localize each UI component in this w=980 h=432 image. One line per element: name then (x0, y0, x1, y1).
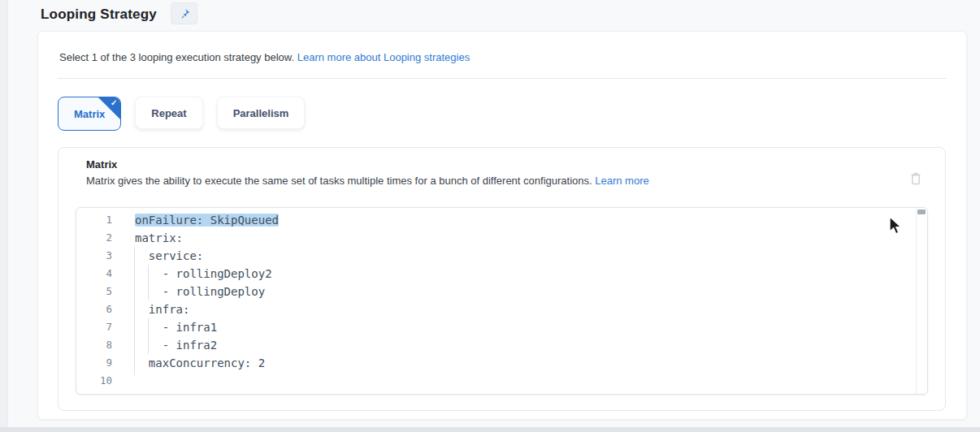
yaml-code-editor[interactable]: 1onFailure: SkipQueued2matrix:3 service:… (76, 207, 928, 395)
code-text: matrix: (112, 229, 916, 247)
learn-more-looping-link[interactable]: Learn more about Looping strategies (297, 51, 470, 63)
looping-strategy-panel: Select 1 of the 3 looping execution stra… (37, 31, 967, 420)
divider (58, 78, 947, 79)
code-line[interactable]: 3 service: (76, 247, 916, 265)
line-number: 9 (76, 354, 112, 372)
line-number: 4 (76, 265, 112, 283)
trash-icon[interactable] (908, 171, 923, 187)
line-number: 1 (76, 211, 112, 229)
code-text: - rollingDeploy (112, 283, 916, 300)
code-text: - infra1 (112, 318, 916, 336)
learn-more-link[interactable]: Learn more (595, 175, 648, 187)
matrix-card-description: Matrix gives the ability to execute the … (86, 175, 649, 187)
code-line[interactable]: 10 (76, 372, 916, 390)
indent-guide (134, 247, 135, 375)
code-line[interactable]: 2matrix: (76, 229, 916, 247)
pin-button[interactable] (171, 2, 197, 24)
pushpin-icon (179, 8, 190, 19)
line-number: 6 (76, 300, 112, 318)
selected-text: onFailure: SkipQueued (135, 214, 279, 227)
code-lines: 1onFailure: SkipQueued2matrix:3 service:… (76, 211, 916, 390)
indent-guide (148, 318, 149, 354)
line-number: 5 (76, 283, 112, 300)
code-text (112, 372, 916, 390)
indent-guide (148, 265, 149, 300)
overview-ruler-selection-mark (917, 210, 926, 214)
line-number: 2 (76, 229, 112, 247)
code-line[interactable]: 9 maxConcurrency: 2 (76, 354, 916, 372)
left-edge-band (0, 0, 8, 432)
tab-repeat-label: Repeat (151, 107, 186, 119)
matrix-description-text: Matrix gives the ability to execute the … (86, 175, 592, 187)
line-number: 3 (76, 247, 112, 265)
tab-repeat[interactable]: Repeat (135, 97, 202, 129)
code-line[interactable]: 7 - infra1 (76, 318, 916, 336)
panel-description: Select 1 of the 3 looping execution stra… (59, 51, 470, 63)
tab-matrix[interactable]: Matrix ✓ (58, 97, 121, 131)
line-number: 7 (76, 318, 112, 336)
line-number: 8 (76, 336, 112, 354)
code-line[interactable]: 5 - rollingDeploy (76, 283, 916, 300)
tab-parallelism-label: Parallelism (233, 107, 289, 119)
strategy-tabs: Matrix ✓ Repeat Parallelism (58, 97, 305, 131)
matrix-strategy-card: Matrix Matrix gives the ability to execu… (58, 147, 946, 411)
code-text: infra: (112, 300, 916, 318)
code-line[interactable]: 6 infra: (76, 300, 916, 318)
page-title: Looping Strategy (41, 6, 157, 23)
line-number: 10 (76, 372, 112, 390)
code-line[interactable]: 1onFailure: SkipQueued (76, 211, 916, 229)
code-text: maxConcurrency: 2 (112, 354, 916, 372)
code-text: service: (112, 247, 916, 265)
check-icon: ✓ (111, 98, 117, 107)
description-text: Select 1 of the 3 looping execution stra… (59, 51, 294, 63)
code-line[interactable]: 8 - infra2 (76, 336, 916, 354)
code-line[interactable]: 4 - rollingDeploy2 (76, 265, 916, 283)
code-text: onFailure: SkipQueued (112, 211, 916, 229)
tab-parallelism[interactable]: Parallelism (217, 97, 306, 129)
matrix-card-title: Matrix (86, 158, 117, 171)
editor-scrollbar-track[interactable] (916, 208, 917, 394)
code-text: - rollingDeploy2 (112, 265, 916, 283)
bottom-edge-strip (0, 427, 980, 432)
code-text: - infra2 (112, 336, 916, 354)
